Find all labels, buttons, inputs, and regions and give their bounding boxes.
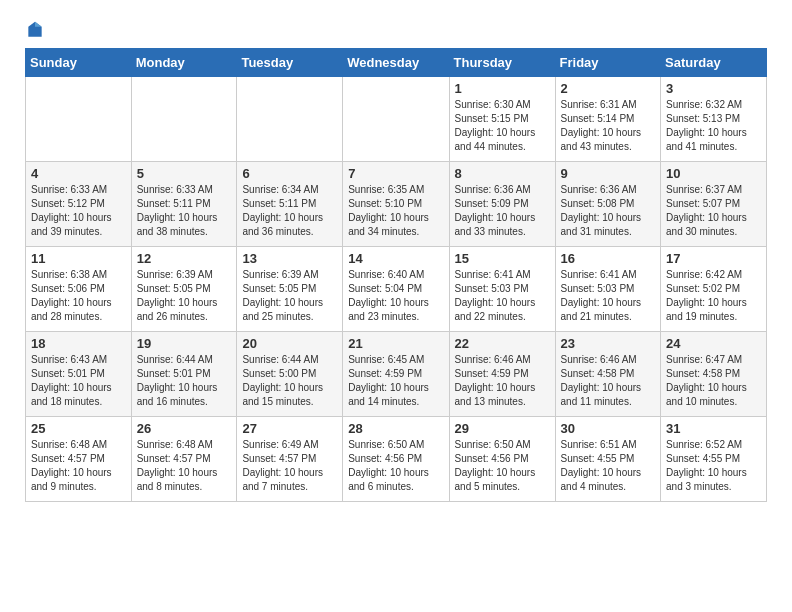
calendar-cell [131, 77, 237, 162]
calendar-cell: 8Sunrise: 6:36 AM Sunset: 5:09 PM Daylig… [449, 162, 555, 247]
day-number: 2 [561, 81, 656, 96]
day-info: Sunrise: 6:36 AM Sunset: 5:09 PM Dayligh… [455, 183, 550, 239]
day-number: 12 [137, 251, 232, 266]
weekday-header-tuesday: Tuesday [237, 49, 343, 77]
day-number: 24 [666, 336, 761, 351]
calendar-cell: 20Sunrise: 6:44 AM Sunset: 5:00 PM Dayli… [237, 332, 343, 417]
day-number: 8 [455, 166, 550, 181]
calendar-cell: 1Sunrise: 6:30 AM Sunset: 5:15 PM Daylig… [449, 77, 555, 162]
calendar-cell: 24Sunrise: 6:47 AM Sunset: 4:58 PM Dayli… [661, 332, 767, 417]
day-info: Sunrise: 6:48 AM Sunset: 4:57 PM Dayligh… [31, 438, 126, 494]
calendar-week-2: 4Sunrise: 6:33 AM Sunset: 5:12 PM Daylig… [26, 162, 767, 247]
day-number: 9 [561, 166, 656, 181]
day-number: 7 [348, 166, 443, 181]
calendar-cell: 5Sunrise: 6:33 AM Sunset: 5:11 PM Daylig… [131, 162, 237, 247]
day-info: Sunrise: 6:46 AM Sunset: 4:59 PM Dayligh… [455, 353, 550, 409]
day-number: 30 [561, 421, 656, 436]
day-number: 22 [455, 336, 550, 351]
day-number: 1 [455, 81, 550, 96]
calendar-cell: 16Sunrise: 6:41 AM Sunset: 5:03 PM Dayli… [555, 247, 661, 332]
calendar-cell: 3Sunrise: 6:32 AM Sunset: 5:13 PM Daylig… [661, 77, 767, 162]
weekday-header-thursday: Thursday [449, 49, 555, 77]
calendar-cell: 6Sunrise: 6:34 AM Sunset: 5:11 PM Daylig… [237, 162, 343, 247]
calendar-week-1: 1Sunrise: 6:30 AM Sunset: 5:15 PM Daylig… [26, 77, 767, 162]
calendar-cell: 27Sunrise: 6:49 AM Sunset: 4:57 PM Dayli… [237, 417, 343, 502]
calendar-cell: 14Sunrise: 6:40 AM Sunset: 5:04 PM Dayli… [343, 247, 449, 332]
calendar-cell [26, 77, 132, 162]
day-number: 19 [137, 336, 232, 351]
calendar-header-row: SundayMondayTuesdayWednesdayThursdayFrid… [26, 49, 767, 77]
calendar-week-3: 11Sunrise: 6:38 AM Sunset: 5:06 PM Dayli… [26, 247, 767, 332]
calendar-week-5: 25Sunrise: 6:48 AM Sunset: 4:57 PM Dayli… [26, 417, 767, 502]
calendar-cell: 15Sunrise: 6:41 AM Sunset: 5:03 PM Dayli… [449, 247, 555, 332]
calendar-cell: 4Sunrise: 6:33 AM Sunset: 5:12 PM Daylig… [26, 162, 132, 247]
day-info: Sunrise: 6:43 AM Sunset: 5:01 PM Dayligh… [31, 353, 126, 409]
day-number: 23 [561, 336, 656, 351]
day-info: Sunrise: 6:40 AM Sunset: 5:04 PM Dayligh… [348, 268, 443, 324]
day-info: Sunrise: 6:31 AM Sunset: 5:14 PM Dayligh… [561, 98, 656, 154]
day-number: 20 [242, 336, 337, 351]
day-number: 21 [348, 336, 443, 351]
calendar-cell: 30Sunrise: 6:51 AM Sunset: 4:55 PM Dayli… [555, 417, 661, 502]
day-number: 25 [31, 421, 126, 436]
day-number: 6 [242, 166, 337, 181]
calendar-cell: 9Sunrise: 6:36 AM Sunset: 5:08 PM Daylig… [555, 162, 661, 247]
calendar-cell: 17Sunrise: 6:42 AM Sunset: 5:02 PM Dayli… [661, 247, 767, 332]
day-number: 29 [455, 421, 550, 436]
day-info: Sunrise: 6:45 AM Sunset: 4:59 PM Dayligh… [348, 353, 443, 409]
day-info: Sunrise: 6:36 AM Sunset: 5:08 PM Dayligh… [561, 183, 656, 239]
calendar-table: SundayMondayTuesdayWednesdayThursdayFrid… [25, 48, 767, 502]
day-number: 5 [137, 166, 232, 181]
day-number: 27 [242, 421, 337, 436]
day-info: Sunrise: 6:50 AM Sunset: 4:56 PM Dayligh… [348, 438, 443, 494]
day-info: Sunrise: 6:42 AM Sunset: 5:02 PM Dayligh… [666, 268, 761, 324]
day-info: Sunrise: 6:41 AM Sunset: 5:03 PM Dayligh… [561, 268, 656, 324]
calendar-cell: 31Sunrise: 6:52 AM Sunset: 4:55 PM Dayli… [661, 417, 767, 502]
day-number: 18 [31, 336, 126, 351]
calendar-cell: 11Sunrise: 6:38 AM Sunset: 5:06 PM Dayli… [26, 247, 132, 332]
day-info: Sunrise: 6:37 AM Sunset: 5:07 PM Dayligh… [666, 183, 761, 239]
day-number: 14 [348, 251, 443, 266]
calendar-cell: 12Sunrise: 6:39 AM Sunset: 5:05 PM Dayli… [131, 247, 237, 332]
day-number: 17 [666, 251, 761, 266]
day-number: 31 [666, 421, 761, 436]
day-info: Sunrise: 6:30 AM Sunset: 5:15 PM Dayligh… [455, 98, 550, 154]
calendar-cell: 21Sunrise: 6:45 AM Sunset: 4:59 PM Dayli… [343, 332, 449, 417]
calendar-cell: 25Sunrise: 6:48 AM Sunset: 4:57 PM Dayli… [26, 417, 132, 502]
logo [25, 20, 49, 40]
calendar-cell: 23Sunrise: 6:46 AM Sunset: 4:58 PM Dayli… [555, 332, 661, 417]
calendar-cell: 10Sunrise: 6:37 AM Sunset: 5:07 PM Dayli… [661, 162, 767, 247]
day-info: Sunrise: 6:33 AM Sunset: 5:11 PM Dayligh… [137, 183, 232, 239]
weekday-header-sunday: Sunday [26, 49, 132, 77]
day-info: Sunrise: 6:38 AM Sunset: 5:06 PM Dayligh… [31, 268, 126, 324]
day-info: Sunrise: 6:33 AM Sunset: 5:12 PM Dayligh… [31, 183, 126, 239]
day-info: Sunrise: 6:39 AM Sunset: 5:05 PM Dayligh… [137, 268, 232, 324]
day-info: Sunrise: 6:44 AM Sunset: 5:00 PM Dayligh… [242, 353, 337, 409]
day-info: Sunrise: 6:35 AM Sunset: 5:10 PM Dayligh… [348, 183, 443, 239]
calendar-cell: 2Sunrise: 6:31 AM Sunset: 5:14 PM Daylig… [555, 77, 661, 162]
day-number: 16 [561, 251, 656, 266]
logo-icon [25, 20, 45, 40]
calendar-cell: 18Sunrise: 6:43 AM Sunset: 5:01 PM Dayli… [26, 332, 132, 417]
day-info: Sunrise: 6:47 AM Sunset: 4:58 PM Dayligh… [666, 353, 761, 409]
day-info: Sunrise: 6:39 AM Sunset: 5:05 PM Dayligh… [242, 268, 337, 324]
calendar-week-4: 18Sunrise: 6:43 AM Sunset: 5:01 PM Dayli… [26, 332, 767, 417]
day-number: 11 [31, 251, 126, 266]
calendar-cell [343, 77, 449, 162]
day-number: 10 [666, 166, 761, 181]
calendar-cell: 28Sunrise: 6:50 AM Sunset: 4:56 PM Dayli… [343, 417, 449, 502]
day-number: 26 [137, 421, 232, 436]
day-info: Sunrise: 6:49 AM Sunset: 4:57 PM Dayligh… [242, 438, 337, 494]
weekday-header-friday: Friday [555, 49, 661, 77]
weekday-header-wednesday: Wednesday [343, 49, 449, 77]
day-number: 13 [242, 251, 337, 266]
day-info: Sunrise: 6:51 AM Sunset: 4:55 PM Dayligh… [561, 438, 656, 494]
weekday-header-monday: Monday [131, 49, 237, 77]
day-info: Sunrise: 6:32 AM Sunset: 5:13 PM Dayligh… [666, 98, 761, 154]
calendar-cell: 26Sunrise: 6:48 AM Sunset: 4:57 PM Dayli… [131, 417, 237, 502]
day-info: Sunrise: 6:34 AM Sunset: 5:11 PM Dayligh… [242, 183, 337, 239]
calendar-cell: 7Sunrise: 6:35 AM Sunset: 5:10 PM Daylig… [343, 162, 449, 247]
day-number: 15 [455, 251, 550, 266]
calendar-cell: 29Sunrise: 6:50 AM Sunset: 4:56 PM Dayli… [449, 417, 555, 502]
calendar-cell: 13Sunrise: 6:39 AM Sunset: 5:05 PM Dayli… [237, 247, 343, 332]
